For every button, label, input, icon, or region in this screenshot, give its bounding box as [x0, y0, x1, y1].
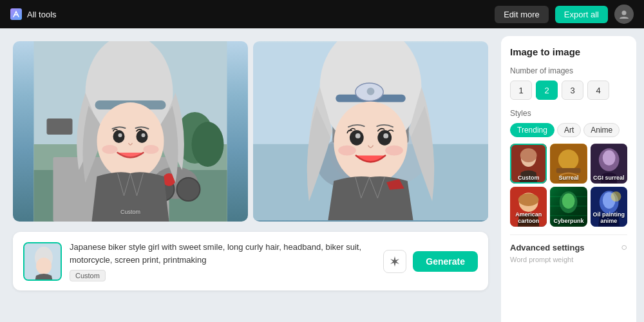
- svg-point-55: [518, 193, 539, 206]
- prompt-actions: Generate: [383, 250, 478, 273]
- svg-rect-5: [47, 118, 73, 135]
- style-custom-label: Custom: [510, 175, 547, 181]
- svg-point-34: [334, 102, 407, 184]
- num-btn-3[interactable]: 3: [562, 80, 583, 100]
- advanced-header: Advanced settings ○: [510, 242, 627, 253]
- generated-image-2: [253, 41, 488, 222]
- svg-point-19: [102, 145, 118, 154]
- styles-label: Styles: [510, 109, 627, 118]
- style-cgi-label: CGI surreal: [591, 175, 627, 181]
- style-cyberpunk[interactable]: Cyberpunk: [550, 187, 587, 227]
- number-buttons: 1 2 3 4: [510, 80, 627, 100]
- style-cyberpunk-label: Cyberpunk: [550, 218, 587, 224]
- canvas-area: Custom: [0, 28, 501, 322]
- num-btn-4[interactable]: 4: [587, 80, 609, 100]
- svg-point-38: [383, 133, 388, 138]
- advanced-expand-icon[interactable]: ○: [621, 242, 627, 253]
- svg-point-39: [338, 146, 356, 156]
- advanced-subtitle: Word prompt weight: [510, 256, 627, 263]
- style-american-label: American cartoon: [510, 211, 547, 224]
- svg-point-48: [558, 149, 579, 170]
- generate-button[interactable]: Generate: [413, 251, 478, 272]
- svg-point-45: [521, 149, 536, 167]
- svg-rect-49: [556, 168, 581, 173]
- svg-point-10: [177, 178, 200, 201]
- tab-art[interactable]: Art: [557, 123, 581, 137]
- svg-point-20: [144, 145, 159, 154]
- num-btn-1[interactable]: 1: [510, 80, 532, 100]
- header-left: All tools: [10, 8, 57, 20]
- svg-point-37: [355, 133, 361, 138]
- style-surreal[interactable]: Surreal: [550, 144, 587, 184]
- style-cgi[interactable]: CGI surreal: [591, 144, 627, 184]
- svg-text:Custom: Custom: [120, 209, 140, 215]
- svg-point-62: [562, 193, 575, 209]
- edit-more-button[interactable]: Edit more: [495, 6, 549, 23]
- svg-point-40: [385, 146, 403, 156]
- svg-rect-44: [510, 144, 547, 183]
- svg-point-18: [142, 133, 146, 137]
- avatar[interactable]: [614, 5, 634, 24]
- app-header: All tools Edit more Export all: [0, 0, 644, 28]
- header-right: Edit more Export all: [495, 5, 634, 24]
- svg-point-66: [611, 191, 621, 202]
- svg-point-46: [520, 148, 537, 162]
- prompt-text-wrap: Japanese biker style girl with sweet smi…: [70, 241, 375, 281]
- magic-button[interactable]: [383, 250, 406, 273]
- right-panel: Image to image Number of images 1 2 3 4 …: [501, 36, 636, 322]
- svg-point-52: [602, 150, 615, 166]
- all-tools-label: All tools: [27, 10, 57, 19]
- images-row: Custom: [13, 41, 488, 222]
- style-american-cartoon[interactable]: American cartoon: [510, 187, 547, 227]
- style-custom[interactable]: Custom: [510, 144, 547, 184]
- prompt-area: Japanese biker style girl with sweet smi…: [13, 232, 488, 290]
- main-content: Custom: [0, 28, 644, 322]
- style-oil-painting[interactable]: Oil painting anime: [591, 187, 627, 227]
- logo-icon: [10, 8, 22, 20]
- generated-image-1: Custom: [13, 41, 248, 222]
- tab-trending[interactable]: Trending: [510, 123, 554, 137]
- svg-point-7: [192, 122, 224, 167]
- advanced-settings-title: Advanced settings: [510, 243, 585, 252]
- svg-point-17: [118, 133, 122, 137]
- style-oil-label: Oil painting anime: [591, 211, 627, 224]
- styles-tabs: Trending Art Anime: [510, 123, 627, 137]
- num-btn-2[interactable]: 2: [536, 80, 558, 100]
- number-of-images-label: Number of images: [510, 66, 627, 75]
- prompt-text: Japanese biker style girl with sweet smi…: [70, 241, 375, 266]
- svg-point-14: [97, 102, 164, 180]
- svg-point-33: [367, 88, 375, 95]
- style-grid: Custom Surreal CGI: [510, 144, 627, 227]
- prompt-thumbnail: [23, 242, 62, 281]
- export-all-button[interactable]: Export all: [555, 6, 608, 23]
- panel-title: Image to image: [510, 46, 627, 57]
- svg-point-43: [36, 258, 52, 274]
- advanced-section: Advanced settings ○ Word prompt weight: [510, 234, 627, 263]
- prompt-tag[interactable]: Custom: [70, 270, 106, 281]
- svg-point-0: [622, 11, 627, 15]
- tab-anime[interactable]: Anime: [583, 123, 620, 137]
- style-surreal-label: Surreal: [550, 175, 587, 181]
